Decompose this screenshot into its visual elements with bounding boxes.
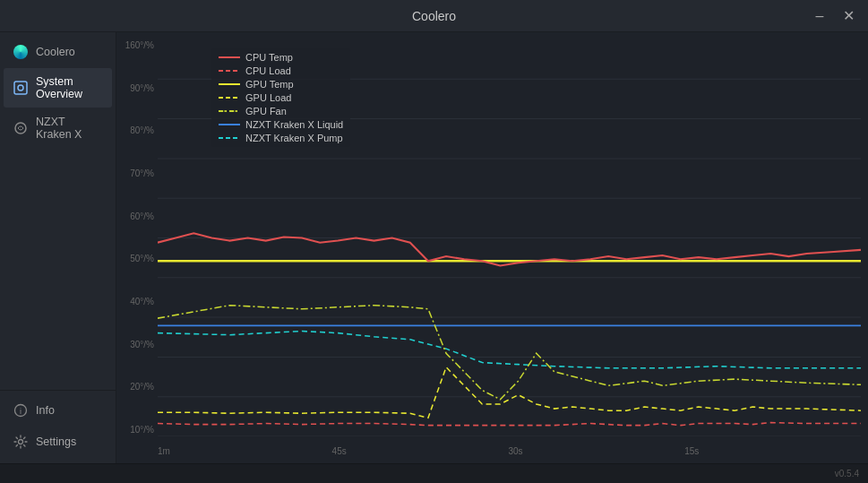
y-label-70: 70°/% bbox=[116, 169, 158, 178]
y-label-30: 30°/% bbox=[116, 341, 158, 349]
legend-kraken-liquid: NZXT Kraken X Liquid bbox=[219, 119, 343, 130]
legend-gpu-load-line bbox=[219, 97, 240, 99]
legend-cpu-temp-line bbox=[219, 56, 240, 58]
legend-kraken-liquid-label: NZXT Kraken X Liquid bbox=[245, 119, 343, 130]
settings-icon bbox=[13, 434, 29, 450]
sidebar-bottom: i Info Settings bbox=[0, 390, 116, 463]
legend-gpu-fan: GPU Fan bbox=[219, 106, 343, 116]
svg-point-5 bbox=[19, 440, 23, 444]
svg-text:i: i bbox=[20, 407, 21, 416]
system-overview-icon bbox=[13, 80, 29, 96]
legend-cpu-load: CPU Load bbox=[219, 65, 343, 76]
x-label-1m: 1m bbox=[158, 446, 170, 456]
window-controls: – ✕ bbox=[807, 4, 861, 29]
y-label-40: 40°/% bbox=[116, 298, 158, 306]
y-label-90: 90°/% bbox=[116, 84, 158, 93]
x-label-15s: 15s bbox=[684, 446, 699, 456]
legend-gpu-load-label: GPU Load bbox=[245, 92, 291, 103]
chart-plot: CPU Temp CPU Load GPU Temp GPU Load bbox=[158, 39, 861, 436]
app-title: Coolero bbox=[412, 9, 456, 23]
kraken-icon bbox=[13, 120, 29, 136]
info-icon: i bbox=[13, 402, 29, 418]
sidebar-item-nzxt-kraken[interactable]: NZXT Kraken X bbox=[4, 108, 112, 148]
kraken-pump-line bbox=[158, 332, 861, 368]
sidebar-item-system-overview-label: System Overview bbox=[36, 75, 103, 100]
svg-point-1 bbox=[18, 85, 23, 91]
legend-gpu-fan-label: GPU Fan bbox=[245, 106, 287, 116]
chart-legend: CPU Temp CPU Load GPU Temp GPU Load bbox=[211, 48, 350, 147]
legend-cpu-temp: CPU Temp bbox=[219, 52, 343, 63]
legend-kraken-pump: NZXT Kraken X Pump bbox=[219, 133, 343, 143]
sidebar-item-info[interactable]: i Info bbox=[4, 395, 112, 426]
legend-kraken-pump-label: NZXT Kraken X Pump bbox=[245, 133, 343, 143]
y-label-80: 80°/% bbox=[116, 126, 158, 135]
x-label-30s: 30s bbox=[508, 446, 522, 456]
legend-cpu-temp-label: CPU Temp bbox=[245, 52, 293, 63]
sidebar-item-nzxt-label: NZXT Kraken X bbox=[36, 116, 103, 141]
sidebar-item-info-label: Info bbox=[36, 404, 55, 417]
y-label-60: 60°/% bbox=[116, 212, 158, 221]
y-axis: 160°/% 90°/% 80°/% 70°/% 60°/% 50°/% 40°… bbox=[116, 39, 158, 436]
coolero-brand-icon bbox=[13, 44, 29, 60]
main-area: Coolero System Overview bbox=[0, 32, 868, 463]
legend-gpu-fan-line bbox=[219, 110, 240, 112]
x-label-45s: 45s bbox=[332, 446, 347, 456]
svg-rect-0 bbox=[14, 82, 27, 94]
minimize-button[interactable]: – bbox=[807, 4, 832, 29]
sidebar-item-system-overview[interactable]: System Overview bbox=[4, 68, 112, 108]
svg-point-2 bbox=[15, 123, 26, 134]
legend-cpu-load-label: CPU Load bbox=[245, 65, 291, 76]
sidebar-top: Coolero System Overview bbox=[0, 32, 116, 390]
legend-gpu-temp-label: GPU Temp bbox=[245, 79, 294, 90]
version-label: v0.5.4 bbox=[835, 469, 859, 479]
y-label-20: 20°/% bbox=[116, 383, 158, 392]
legend-kraken-pump-line bbox=[219, 137, 240, 139]
y-label-160: 160°/% bbox=[116, 41, 158, 50]
cpu-load-line bbox=[158, 423, 861, 426]
content-area: 160°/% 90°/% 80°/% 70°/% 60°/% 50°/% 40°… bbox=[116, 32, 868, 463]
sidebar-app-brand: Coolero bbox=[4, 37, 112, 67]
sidebar-item-settings[interactable]: Settings bbox=[4, 427, 112, 457]
gpu-load-line bbox=[158, 367, 861, 418]
sidebar: Coolero System Overview bbox=[0, 32, 116, 463]
statusbar: v0.5.4 bbox=[0, 463, 868, 483]
sidebar-item-settings-label: Settings bbox=[36, 436, 76, 448]
legend-gpu-temp: GPU Temp bbox=[219, 79, 343, 90]
gpu-fan-line bbox=[158, 306, 861, 400]
legend-cpu-load-line bbox=[219, 70, 240, 72]
chart-area: 160°/% 90°/% 80°/% 70°/% 60°/% 50°/% 40°… bbox=[116, 32, 868, 463]
y-label-50: 50°/% bbox=[116, 254, 158, 263]
close-button[interactable]: ✕ bbox=[836, 4, 861, 29]
y-label-10: 10°/% bbox=[116, 426, 158, 435]
sidebar-app-name: Coolero bbox=[36, 46, 75, 58]
legend-gpu-load: GPU Load bbox=[219, 92, 343, 103]
x-axis: 1m 45s 30s 15s bbox=[158, 446, 861, 456]
legend-kraken-liquid-line bbox=[219, 124, 240, 125]
titlebar: Coolero – ✕ bbox=[0, 0, 868, 32]
legend-gpu-temp-line bbox=[219, 83, 240, 85]
